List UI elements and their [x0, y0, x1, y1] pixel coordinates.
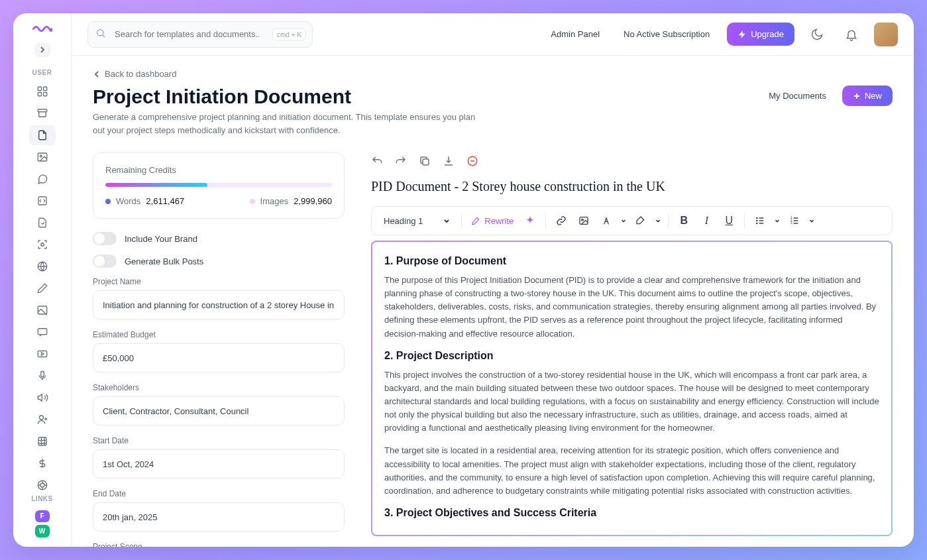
sidebar-grid-icon[interactable] — [29, 431, 56, 451]
redo-button[interactable] — [395, 155, 407, 170]
link-badge-w[interactable]: W — [35, 525, 50, 537]
credits-progress-bar — [105, 183, 332, 187]
theme-toggle-icon[interactable] — [805, 23, 829, 46]
highlight-button[interactable] — [631, 211, 651, 231]
doc-paragraph: This project involves the construction o… — [384, 368, 879, 435]
stakeholders-input[interactable] — [93, 396, 345, 425]
words-value: 2,611,467 — [146, 196, 184, 206]
sidebar-dashboard-icon[interactable] — [29, 82, 56, 101]
sidebar-user-icon[interactable] — [29, 410, 56, 429]
sidebar-section-user: USER — [32, 69, 52, 76]
bold-button[interactable]: B — [674, 211, 694, 231]
logo — [32, 23, 53, 40]
link-badge-f[interactable]: F — [35, 510, 50, 523]
generate-bulk-toggle[interactable] — [93, 254, 117, 268]
sidebar-scan-icon[interactable] — [29, 235, 56, 254]
end-date-label: End Date — [93, 489, 345, 498]
ai-sparkle-button[interactable] — [520, 211, 540, 231]
admin-panel-link[interactable]: Admin Panel — [544, 25, 606, 43]
svg-rect-2 — [38, 92, 41, 95]
wand-icon — [471, 216, 480, 225]
svg-point-14 — [39, 416, 43, 420]
chevron-left-icon — [93, 70, 101, 78]
doc-heading-3: 3. Project Objectives and Success Criter… — [384, 507, 879, 519]
delete-button[interactable] — [466, 155, 478, 170]
document-title: PID Document - 2 Storey house constructi… — [371, 179, 893, 194]
undo-button[interactable] — [371, 155, 383, 170]
highlight-dropdown[interactable] — [653, 211, 663, 231]
rewrite-button[interactable]: Rewrite — [467, 213, 518, 229]
my-documents-button[interactable]: My Documents — [759, 85, 836, 106]
include-brand-toggle[interactable] — [93, 232, 117, 245]
plus-icon — [853, 92, 861, 100]
text-color-dropdown[interactable] — [619, 211, 628, 231]
sidebar: USER LINKS F W — [13, 13, 72, 547]
italic-button[interactable]: I — [696, 211, 716, 231]
download-button[interactable] — [443, 155, 455, 170]
svg-rect-4 — [38, 109, 47, 112]
sidebar-section-links: LINKS — [31, 495, 53, 502]
sidebar-archive-icon[interactable] — [29, 103, 56, 123]
sidebar-mic-icon[interactable] — [29, 366, 56, 386]
sidebar-video-icon[interactable] — [29, 344, 56, 364]
topbar: cmd + K Admin Panel No Active Subscripti… — [72, 13, 914, 56]
collapse-sidebar-button[interactable] — [34, 43, 50, 56]
doc-paragraph: The purpose of this Project Initiation D… — [384, 274, 879, 341]
back-to-dashboard-link[interactable]: Back to dashboard — [93, 69, 893, 79]
sidebar-support-icon[interactable] — [29, 475, 56, 495]
underline-button[interactable]: U — [719, 211, 739, 231]
budget-label: Estimated Budget — [93, 330, 345, 339]
sidebar-message-icon[interactable] — [29, 322, 56, 342]
app-window: USER LINKS F W — [13, 13, 914, 547]
svg-point-24 — [757, 220, 757, 221]
document-body[interactable]: 1. Purpose of Document The purpose of th… — [371, 241, 893, 536]
start-date-input[interactable] — [93, 449, 345, 478]
notifications-icon[interactable] — [840, 23, 863, 46]
page-subtitle: Generate a comprehensive project plannin… — [93, 111, 477, 137]
svg-rect-5 — [38, 153, 47, 161]
budget-input[interactable] — [93, 343, 345, 372]
heading-style-select[interactable]: Heading 1 — [378, 213, 456, 229]
images-value: 2,999,960 — [294, 196, 332, 206]
new-button[interactable]: New — [842, 85, 893, 106]
sidebar-code-icon[interactable] — [29, 191, 56, 211]
user-avatar[interactable] — [874, 23, 898, 46]
page-title: Project Initiation Document — [93, 85, 477, 108]
text-color-button[interactable] — [596, 211, 616, 231]
numbered-list-button[interactable]: 123 — [785, 211, 804, 231]
end-date-input[interactable] — [93, 502, 345, 532]
sidebar-image-icon[interactable] — [29, 147, 56, 167]
copy-button[interactable] — [419, 155, 431, 170]
svg-point-6 — [40, 155, 42, 157]
words-dot-icon — [105, 199, 111, 204]
svg-rect-19 — [423, 159, 429, 165]
svg-point-17 — [40, 483, 44, 487]
sidebar-dollar-icon[interactable] — [29, 453, 56, 473]
doc-heading-2: 2. Project Description — [384, 350, 879, 362]
numbered-list-dropdown[interactable] — [807, 211, 816, 231]
project-name-input[interactable] — [93, 290, 345, 319]
sidebar-picture-icon[interactable] — [29, 300, 56, 320]
sidebar-globe-icon[interactable] — [29, 256, 56, 276]
search-icon — [95, 28, 106, 41]
svg-point-23 — [757, 217, 757, 218]
link-button[interactable] — [551, 211, 571, 231]
project-name-label: Project Name — [93, 277, 345, 286]
svg-rect-3 — [43, 92, 46, 95]
sidebar-document-icon[interactable] — [29, 125, 56, 145]
sidebar-chat-icon[interactable] — [29, 169, 56, 189]
bullet-list-dropdown[interactable] — [773, 211, 782, 231]
svg-rect-13 — [40, 371, 44, 376]
bullet-list-button[interactable] — [750, 211, 770, 231]
insert-image-button[interactable] — [574, 211, 594, 231]
sidebar-edit-file-icon[interactable] — [29, 213, 56, 233]
project-scope-label: Project Scope — [93, 542, 345, 547]
upgrade-button[interactable]: Upgrade — [727, 23, 794, 46]
editor-toolbar: Heading 1 Rewrite — [371, 206, 893, 235]
subscription-status[interactable]: No Active Subscription — [617, 25, 716, 43]
stakeholders-label: Stakeholders — [93, 383, 345, 392]
sidebar-pen-icon[interactable] — [29, 278, 56, 298]
credits-title: Remaining Credits — [105, 165, 332, 175]
images-label: Images — [260, 196, 289, 206]
sidebar-volume-icon[interactable] — [29, 388, 56, 408]
